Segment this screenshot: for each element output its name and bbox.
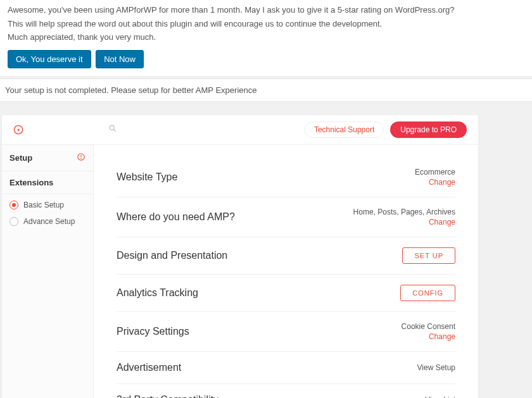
notice-line-1: Awesome, you've been using AMPforWP for … xyxy=(8,4,527,16)
settings-content: Website Type Ecommerce Change Where do y… xyxy=(94,145,478,399)
notice-line-3: Much appreciated, thank you very much. xyxy=(8,31,527,44)
top-bar: Technical Support Upgrade to PRO xyxy=(2,115,478,145)
notice-line-2: This will help spread the word out about… xyxy=(8,18,527,30)
website-type-value: Ecommerce xyxy=(415,168,455,177)
privacy-title: Privacy Settings xyxy=(117,326,189,337)
basic-setup-label: Basic Setup xyxy=(23,201,64,209)
technical-support-button[interactable]: Technical Support xyxy=(305,121,384,138)
ok-deserve-button[interactable]: Ok, You deserve it xyxy=(8,50,91,68)
analytics-row: Analytics Tracking CONFIG xyxy=(117,275,455,312)
sidebar: Setup Extensions Basic Setup Advance Set… xyxy=(2,145,94,399)
compatibility-title: 3rd Party Compatibility xyxy=(117,394,218,399)
design-row: Design and Presentation SET UP xyxy=(117,237,455,275)
amp-logo-icon xyxy=(13,125,23,135)
privacy-row: Privacy Settings Cookie Consent Change xyxy=(117,312,455,352)
sidebar-setup-label: Setup xyxy=(10,153,32,163)
main-panel: Technical Support Upgrade to PRO Setup E… xyxy=(1,115,479,399)
basic-setup-radio[interactable]: Basic Setup xyxy=(10,201,86,209)
advertisement-row: Advertisement View Setup xyxy=(117,352,455,384)
search-icon[interactable] xyxy=(108,124,117,135)
where-amp-row: Where do you need AMP? Home, Posts, Page… xyxy=(117,197,455,237)
website-type-title: Website Type xyxy=(117,171,177,183)
rating-notice: Awesome, you've been using AMPforWP for … xyxy=(0,0,532,76)
advertisement-title: Advertisement xyxy=(117,362,181,373)
radio-checked-icon xyxy=(10,201,18,209)
sidebar-extensions-tab[interactable]: Extensions xyxy=(2,171,93,194)
svg-point-1 xyxy=(110,125,114,130)
advance-setup-radio[interactable]: Advance Setup xyxy=(10,217,86,226)
design-title: Design and Presentation xyxy=(117,250,227,261)
analytics-title: Analytics Tracking xyxy=(117,287,198,299)
where-amp-title: Where do you need AMP? xyxy=(117,211,235,223)
analytics-config-button[interactable]: CONFIG xyxy=(400,285,455,301)
warning-icon xyxy=(77,152,86,163)
where-amp-value: Home, Posts, Pages, Archives xyxy=(353,208,455,216)
advertisement-view-link[interactable]: View Setup xyxy=(417,363,456,372)
compatibility-row: 3rd Party Compatibility View List xyxy=(117,384,455,399)
upgrade-pro-button[interactable]: Upgrade to PRO xyxy=(390,121,467,138)
radio-unchecked-icon xyxy=(10,217,18,226)
sidebar-setup-tab[interactable]: Setup xyxy=(2,145,93,171)
privacy-change-link[interactable]: Change xyxy=(429,332,455,341)
setup-warning: Your setup is not completed. Please setu… xyxy=(0,78,532,102)
where-amp-change-link[interactable]: Change xyxy=(429,218,455,227)
website-type-row: Website Type Ecommerce Change xyxy=(117,158,455,197)
svg-point-5 xyxy=(81,158,82,159)
privacy-value: Cookie Consent xyxy=(402,322,455,331)
not-now-button[interactable]: Not Now xyxy=(96,50,144,68)
svg-line-2 xyxy=(114,130,116,132)
compatibility-view-link[interactable]: View List xyxy=(425,395,455,399)
website-type-change-link[interactable]: Change xyxy=(429,178,455,187)
design-setup-button[interactable]: SET UP xyxy=(402,247,455,264)
advance-setup-label: Advance Setup xyxy=(23,217,75,226)
